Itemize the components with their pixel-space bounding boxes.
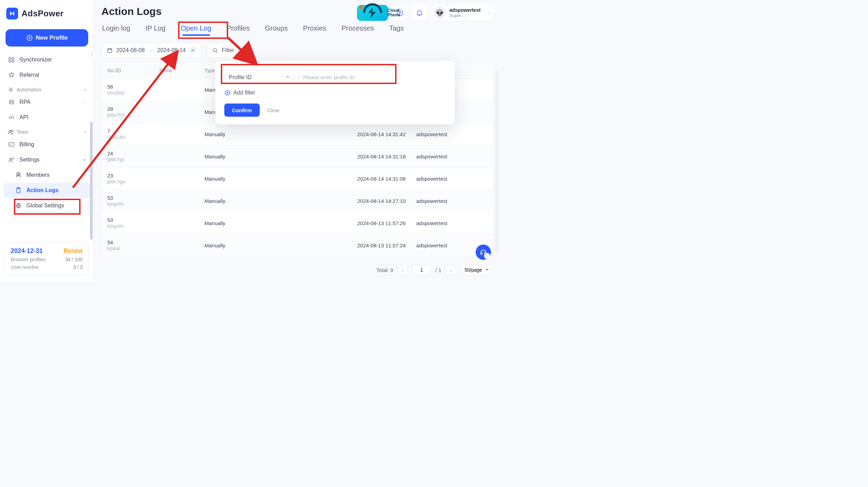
sidebar-item-label: Billing	[19, 141, 34, 148]
sidebar-item-api[interactable]: API	[3, 110, 90, 125]
filter-popover: Profile ID Add filter Confirm Clear	[215, 61, 455, 124]
member-icon	[15, 172, 22, 179]
svg-point-6	[10, 89, 12, 91]
globe-gear-icon	[15, 202, 22, 209]
page-size-select[interactable]: 50/page	[461, 265, 492, 275]
clear-button[interactable]: Clear	[267, 107, 280, 113]
svg-rect-3	[12, 57, 14, 59]
svg-point-8	[10, 102, 11, 102]
billing-icon	[8, 141, 15, 148]
total-label: Total: 9	[376, 267, 393, 273]
group-label: Automation	[17, 87, 41, 92]
sidebar-item-label: Action Logs	[26, 187, 58, 193]
brand[interactable]: AdsPower	[0, 0, 93, 22]
sidebar-item-action-logs[interactable]: Action Logs	[3, 183, 90, 198]
tab-profiles[interactable]: Profiles	[226, 22, 251, 36]
sidebar-item-label: Synchronizer	[19, 57, 52, 63]
date-to: 2024-08-14	[157, 47, 186, 53]
sidebar-item-referral[interactable]: Referral	[3, 67, 90, 83]
sidebar-item-settings[interactable]: Settings ▾	[3, 152, 90, 167]
svg-rect-5	[12, 61, 14, 62]
add-filter-label: Add filter	[233, 90, 255, 96]
filter-value-input[interactable]	[299, 70, 393, 84]
date-from: 2024-08-08	[116, 47, 145, 53]
sidebar-item-label: Referral	[19, 72, 39, 78]
table-row[interactable]: 53kjngv0sManually2024-08-13 11:57:26adsp…	[102, 212, 493, 234]
support-button[interactable]	[476, 245, 491, 260]
svg-point-13	[10, 158, 11, 160]
add-filter-button[interactable]: Add filter	[224, 90, 446, 96]
sidebar-item-label: API	[19, 114, 28, 121]
clear-date-icon[interactable]: ✕	[189, 47, 196, 54]
sidebar-item-billing[interactable]: Billing	[3, 137, 90, 152]
sidebar-item-label: Global Settings	[26, 203, 64, 209]
svg-point-14	[12, 158, 14, 159]
table-row[interactable]: 53kjngv0sManually2024-08-14 14:27:10adsp…	[102, 190, 493, 212]
tab-ip-log[interactable]: IP Log	[145, 22, 166, 36]
confirm-button[interactable]: Confirm	[224, 104, 260, 117]
sidebar-group-automation[interactable]: Automation ▾	[3, 83, 90, 94]
svg-point-21	[213, 49, 216, 52]
sidebar-item-rpa[interactable]: RPA ›	[3, 94, 90, 110]
chevron-down-icon: ▾	[84, 130, 86, 134]
profiles-value: 34 / 100	[65, 257, 83, 262]
people-icon	[8, 156, 15, 163]
sidebar: AdsPower New Profile ‹ Synchronizer Refe…	[0, 0, 94, 281]
col-no: No./ID	[107, 68, 159, 73]
tab-tags[interactable]: Tags	[389, 22, 404, 36]
plan-footer: 2024-12-31 Renew Browser profiles34 / 10…	[5, 242, 89, 275]
table-row[interactable]: 54kjokalManually2024-08-13 11:57:24adspo…	[102, 234, 493, 256]
chevron-right-icon: ›	[84, 99, 86, 105]
tab-proxies[interactable]: Proxies	[302, 22, 327, 36]
clipboard-icon	[15, 187, 22, 194]
renew-link[interactable]: Renew	[64, 247, 83, 255]
sidebar-item-global-settings[interactable]: Global Settings	[3, 198, 90, 213]
tab-processes[interactable]: Processes	[341, 22, 375, 36]
main: Action Logs Login logIP LogOpen LogProfi…	[94, 0, 500, 281]
calendar-icon	[107, 47, 113, 53]
svg-rect-12	[9, 143, 14, 146]
plan-expiry: 2024-12-31	[11, 247, 43, 255]
svg-rect-2	[9, 57, 11, 59]
pagination: Total: 9 ‹ / 1 › 50/page	[376, 265, 492, 275]
sidebar-item-label: RPA	[19, 99, 31, 105]
svg-point-15	[18, 173, 19, 175]
plus-circle-icon	[224, 90, 231, 96]
new-profile-label: New Profile	[36, 34, 68, 41]
api-icon	[8, 114, 15, 121]
robot-icon	[8, 99, 15, 106]
group-label: Team	[17, 129, 28, 135]
table-row[interactable]: 24jb6n7gxManually2024-08-14 14:31:18adsp…	[102, 145, 493, 167]
sidebar-item-synchronizer[interactable]: Synchronizer	[3, 52, 90, 67]
filter-field-select[interactable]: Profile ID	[224, 70, 294, 84]
prev-page-button[interactable]: ‹	[398, 265, 408, 275]
main-scrollbar[interactable]	[495, 69, 499, 253]
tab-login-log[interactable]: Login log	[101, 22, 131, 36]
profiles-label: Browser profiles	[11, 257, 45, 262]
users-label: User number	[11, 264, 39, 270]
gear-icon	[7, 86, 15, 93]
page-input[interactable]	[412, 265, 431, 275]
chevron-down-icon: ▾	[83, 157, 86, 163]
sidebar-item-label: Settings	[19, 157, 40, 163]
svg-point-9	[12, 102, 12, 102]
logo-icon	[6, 8, 18, 19]
table-row[interactable]: 23jb6n7gwManually2024-08-14 14:31:08adsp…	[102, 167, 493, 190]
sidebar-section: Synchronizer Referral Automation ▾ RPA ›…	[0, 52, 93, 213]
tabs: Login logIP LogOpen LogProfilesGroupsPro…	[101, 22, 494, 36]
date-range[interactable]: 2024-08-08 → 2024-08-14 ✕	[101, 43, 201, 58]
brand-name: AdsPower	[22, 9, 64, 18]
sidebar-scrollbar[interactable]	[90, 122, 93, 240]
page-count: / 1	[435, 267, 441, 273]
tab-groups[interactable]: Groups	[264, 22, 289, 36]
sidebar-item-members[interactable]: Members	[3, 167, 90, 183]
svg-rect-20	[108, 49, 112, 52]
next-page-button[interactable]: ›	[446, 265, 456, 275]
sync-icon	[8, 56, 15, 63]
filter-button[interactable]: Filter	[207, 43, 240, 58]
table-row[interactable]: 7j7se14mManually2024-08-14 14:31:42adspo…	[102, 123, 493, 145]
users-value: 3 / 3	[73, 264, 83, 270]
sidebar-group-team[interactable]: Team ▾	[3, 125, 90, 137]
tab-open-log[interactable]: Open Log	[180, 22, 212, 36]
new-profile-button[interactable]: New Profile	[6, 29, 88, 47]
